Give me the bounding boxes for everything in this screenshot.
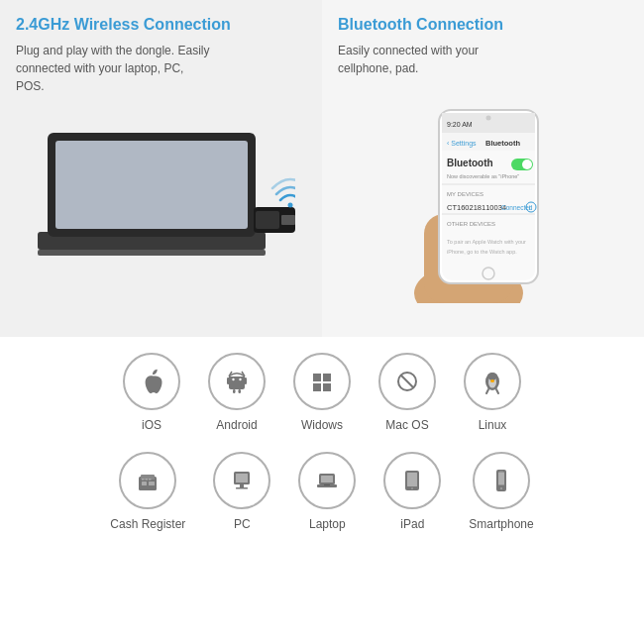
android-circle [208,353,266,410]
svg-rect-35 [233,389,236,393]
os-icons-row: iOS Android [20,353,624,432]
svg-text:iPhone, go to the Watch app.: iPhone, go to the Watch app. [447,249,517,255]
svg-point-49 [487,373,497,380]
laptop-icon [313,467,341,494]
svg-rect-2 [55,141,248,229]
svg-text:Bluetooth: Bluetooth [485,139,520,148]
bottom-section: iOS Android [0,337,644,567]
windows-icon-item: Widows [293,353,351,432]
svg-rect-63 [321,476,333,483]
android-icon-item: Android [208,353,266,432]
laptop-circle [298,452,356,509]
svg-rect-67 [407,473,417,486]
windows-label: Widows [301,418,343,432]
pc-label: PC [234,517,251,531]
svg-rect-59 [236,474,248,483]
svg-point-19 [522,160,532,169]
phone-illustration: 9:20 AM ‹ Settings Bluetooth Bluetooth N… [384,95,583,303]
device-icons-row: Cash Register PC [20,452,624,531]
svg-rect-56 [146,479,149,481]
svg-text:To pair an Apple Watch with yo: To pair an Apple Watch with your [447,239,526,245]
macos-icon [393,368,421,395]
ipad-circle [383,452,441,509]
macos-icon-item: Mac OS [378,353,436,432]
bluetooth-panel: Bluetooth Connection Easily connected wi… [322,0,644,337]
svg-rect-39 [313,374,321,381]
android-icon [223,368,251,395]
windows-circle [293,353,351,410]
pc-icon-item: PC [213,452,270,531]
pc-icon [228,467,256,494]
svg-rect-55 [142,479,145,481]
ipad-icon-item: iPad [383,452,441,531]
svg-rect-61 [236,487,248,489]
svg-point-37 [232,378,234,380]
svg-rect-60 [240,484,244,487]
svg-text:Bluetooth: Bluetooth [447,158,493,168]
svg-rect-36 [239,389,242,393]
android-label: Android [216,418,257,432]
smartphone-circle [473,452,530,509]
svg-text:Now discoverable as "iPhone": Now discoverable as "iPhone" [447,173,519,179]
svg-rect-3 [38,250,266,256]
svg-point-50 [490,379,494,382]
ios-circle [123,353,180,410]
ipad-icon [398,467,426,494]
svg-rect-57 [149,479,152,481]
bluetooth-desc: Easily connected with your cellphone, pa… [338,42,536,77]
cash-register-label: Cash Register [110,517,185,531]
wireless-desc: Plug and play with the dongle. Easily co… [16,42,214,95]
svg-text:MY DEVICES: MY DEVICES [447,191,483,197]
svg-rect-40 [323,374,331,381]
ios-icon-item: iOS [123,353,180,432]
cash-register-icon [134,467,161,494]
svg-point-7 [287,203,292,208]
smartphone-icon [487,467,515,494]
svg-line-44 [401,376,413,387]
wireless-title: 2.4GHz Wireless Connection [16,16,306,34]
svg-point-32 [485,116,490,121]
svg-text:9:20 AM: 9:20 AM [447,121,473,128]
macos-circle [378,353,436,410]
svg-rect-53 [142,482,147,485]
svg-rect-5 [256,211,279,229]
linux-icon-item: Linux [464,353,521,432]
svg-text:CT160218110034: CT160218110034 [447,203,506,212]
wireless-image [16,103,306,331]
svg-rect-72 [499,472,503,473]
smartphone-icon-item: Smartphone [469,452,533,531]
svg-rect-41 [313,383,321,391]
bluetooth-title: Bluetooth Connection [338,16,628,34]
top-section: 2.4GHz Wireless Connection Plug and play… [0,0,644,337]
pc-circle [213,452,270,509]
svg-point-38 [239,378,241,380]
linux-circle [464,353,521,410]
cash-register-icon-item: Cash Register [110,452,185,531]
linux-label: Linux [479,418,507,432]
svg-point-71 [500,487,502,489]
svg-rect-6 [281,215,295,225]
linux-icon [479,368,506,395]
svg-rect-42 [323,383,331,391]
laptop-icon-item: Laptop [298,452,356,531]
smartphone-label: Smartphone [469,517,533,531]
svg-text:‹ Settings: ‹ Settings [447,140,477,148]
laptop-label: Laptop [309,517,346,531]
svg-rect-33 [227,377,230,384]
bluetooth-image: 9:20 AM ‹ Settings Bluetooth Bluetooth N… [338,85,628,313]
svg-rect-70 [498,473,504,485]
ios-label: iOS [142,418,161,432]
ipad-label: iPad [400,517,424,531]
svg-rect-65 [324,484,330,485]
svg-rect-54 [149,482,155,485]
svg-point-68 [411,487,413,489]
cash-register-circle [119,452,176,509]
wireless-panel: 2.4GHz Wireless Connection Plug and play… [0,0,322,337]
windows-icon [308,368,336,395]
macos-label: Mac OS [385,418,428,432]
svg-text:OTHER DEVICES: OTHER DEVICES [447,221,495,227]
apple-icon [138,368,165,395]
svg-rect-34 [245,377,248,384]
laptop-illustration [28,113,295,321]
